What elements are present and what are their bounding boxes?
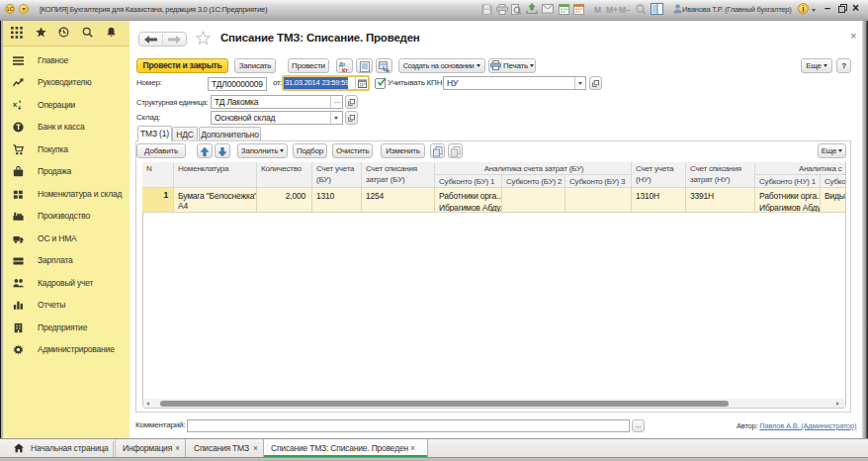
svg-text:Кт: Кт: [342, 67, 348, 73]
svg-text:x: x: [13, 100, 18, 109]
